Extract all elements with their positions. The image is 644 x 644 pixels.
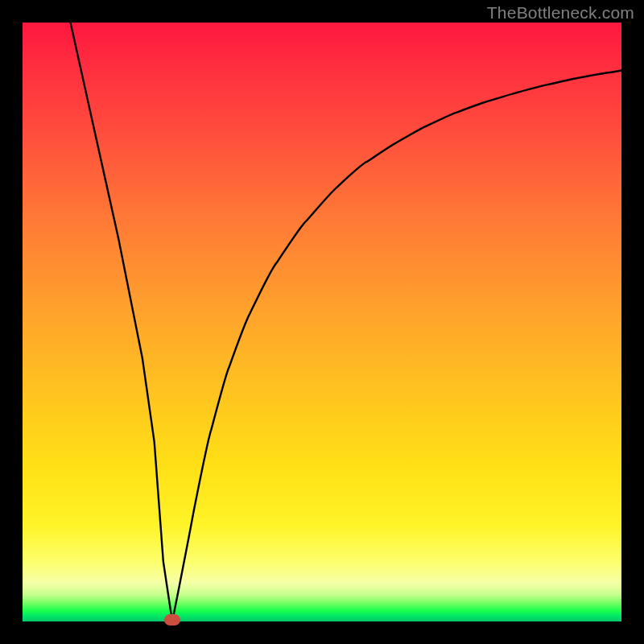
bottleneck-curve <box>23 23 621 621</box>
watermark-text: TheBottleneck.com <box>487 3 634 23</box>
plot-area <box>23 23 621 621</box>
optimum-marker <box>164 614 180 625</box>
chart-frame: TheBottleneck.com <box>0 0 644 644</box>
